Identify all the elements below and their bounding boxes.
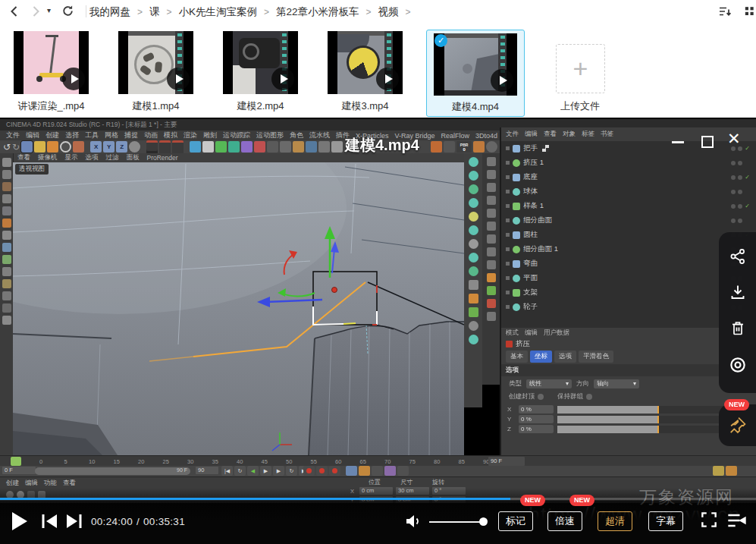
file-card-lecture-render[interactable]: 讲课渲染_.mp4 — [14, 31, 89, 115]
c4d-object-check: ✓ — [745, 203, 750, 209]
download-button[interactable] — [729, 283, 747, 304]
video-thumbnail — [328, 31, 403, 94]
play-icon — [376, 68, 399, 90]
c4d-timeline-ruler: 051015202530354045505560657075808590 90 … — [0, 455, 756, 467]
breadcrumb-item[interactable]: 视频 — [378, 5, 399, 19]
volume-button[interactable] — [404, 512, 422, 533]
c4d-attr-tab: 选项 — [554, 351, 576, 363]
c4d-window-title: CINEMA 4D R19.024 Studio (RC - R19) - [未… — [0, 121, 177, 130]
refresh-button[interactable] — [61, 4, 75, 18]
previous-video-button[interactable] — [41, 514, 58, 532]
c4d-timeline-tick: 30 — [187, 458, 212, 465]
share-button[interactable] — [729, 247, 747, 269]
c4d-menu-item: 运动图形 — [256, 130, 284, 140]
view-toggle-button[interactable] — [745, 5, 756, 18]
c4d-viewport-menu-item: ProRender — [147, 154, 178, 162]
back-button[interactable] — [8, 5, 21, 18]
player-control-bar: 00:24:00 / 00:35:31 标记 倍速 超清 字幕 — [0, 501, 756, 544]
play-icon — [62, 68, 85, 90]
c4d-frame-field: 0 F — [2, 467, 36, 474]
playing-video-title: 建模4.mp4 — [345, 135, 419, 156]
file-card-modeling3[interactable]: 建模3.mp4 — [328, 31, 403, 115]
c4d-timeline-tick: 25 — [163, 458, 188, 465]
maximize-button[interactable] — [701, 136, 714, 148]
volume-slider[interactable] — [429, 521, 485, 523]
next-icon — [65, 514, 83, 529]
c4d-transport-button: ↻ — [286, 466, 297, 476]
c4d-coords-header: 尺寸 — [400, 478, 413, 486]
breadcrumb-item[interactable]: 第22章小米滑板车 — [276, 5, 359, 19]
c4d-object-row: 轮子 ✓ — [501, 300, 756, 314]
breadcrumb-item[interactable]: 课 — [149, 5, 160, 19]
c4d-timeline-tick: 55 — [311, 458, 336, 465]
breadcrumb-item[interactable]: 小K先生淘宝案例 — [179, 5, 258, 19]
c4d-timeline-ticks: 051015202530354045505560657075808590 — [39, 458, 508, 465]
c4d-record-buttons — [303, 466, 340, 476]
file-name: 建模2.mp4 — [215, 99, 306, 113]
c4d-transport-button: |◀ — [221, 466, 233, 476]
play-icon — [11, 511, 28, 531]
c4d-object-row: 弯曲 ✓ — [501, 256, 756, 271]
history-dropdown[interactable]: ▾ — [47, 6, 51, 14]
c4d-menu-item: 动画 — [144, 130, 158, 140]
video-progress-bar[interactable] — [0, 498, 756, 500]
upload-file-tile[interactable]: + — [556, 44, 605, 93]
c4d-om-menu-item: 编辑 — [525, 130, 538, 139]
selected-check-icon[interactable]: ✓ — [434, 34, 447, 47]
forward-button[interactable] — [29, 5, 42, 18]
c4d-object-name: 底座 — [523, 172, 538, 182]
play-button[interactable] — [11, 511, 28, 534]
breadcrumb-item[interactable]: 我的网盘 — [89, 5, 130, 19]
playlist-toggle-button[interactable] — [726, 511, 748, 533]
c4d-playhead — [11, 457, 21, 466]
c4d-object-name: 弯曲 — [523, 259, 538, 269]
c4d-attr-sliders: X 0 % Y 0 % Z 0 % — [501, 404, 756, 434]
c4d-timeline-tick: 40 — [237, 458, 262, 465]
time-display: 00:24:00 / 00:35:31 — [91, 516, 185, 527]
video-player: CINEMA 4D R19.024 Studio (RC - R19) - [未… — [0, 118, 756, 544]
c4d-timeline-tick: 85 — [459, 458, 484, 465]
c4d-viewport-menu-item: 选项 — [86, 153, 99, 162]
pin-panel[interactable] — [719, 404, 756, 446]
volume-knob[interactable] — [479, 517, 488, 526]
c4d-menu-item: 3Dto4d — [475, 132, 497, 140]
close-button[interactable]: ✕ — [727, 130, 741, 148]
file-card-modeling1[interactable]: 建模1.mp4 — [118, 31, 193, 115]
sort-button[interactable] — [717, 4, 732, 19]
c4d-menu-item: 选择 — [65, 130, 79, 140]
quality-button[interactable]: 超清 — [598, 511, 632, 531]
trash-icon — [729, 319, 747, 338]
c4d-object-row: 球体 ✓ — [501, 184, 756, 199]
c4d-attr-tabs: 基本 坐标 选项 平滑着色 — [501, 349, 756, 364]
c4d-axis-letter: X — [90, 141, 102, 153]
delete-button[interactable] — [729, 319, 747, 341]
file-card-modeling4-selected[interactable]: ✓ 建模4.mp4 — [426, 30, 525, 117]
c4d-corner-buttons — [713, 466, 737, 476]
c4d-timeline-tick: 60 — [335, 458, 360, 465]
c4d-timeline-tick: 20 — [138, 458, 163, 465]
chevron-left-icon — [8, 5, 21, 18]
c4d-object-row: 细分曲面 1 ✓ — [501, 242, 756, 256]
c4d-menu-item: 运动跟踪 — [223, 130, 250, 140]
share-icon — [729, 247, 747, 266]
record-button[interactable] — [728, 355, 748, 378]
c4d-object-row: 平面 ✓ — [501, 271, 756, 285]
c4d-material-menu-item: 创建 — [6, 479, 19, 488]
file-name: 建模3.mp4 — [320, 99, 410, 113]
fullscreen-button[interactable] — [699, 510, 719, 533]
c4d-timeline-tick: 50 — [286, 458, 311, 465]
c4d-attr-checkbox: 保持群组 — [557, 392, 592, 401]
file-card-modeling2[interactable]: 建模2.mp4 — [223, 31, 298, 115]
c4d-viewport-menu-item: 摄像机 — [38, 153, 58, 162]
c4d-frame-slider: 90 F — [35, 467, 190, 475]
next-video-button[interactable] — [65, 514, 83, 532]
c4d-object-name: 样条 1 — [523, 201, 544, 211]
refresh-icon — [61, 4, 75, 18]
subtitles-button[interactable]: 字幕 — [648, 511, 683, 531]
pin-new-badge: NEW — [724, 399, 749, 410]
video-progress-fill — [0, 498, 510, 500]
mark-button[interactable]: 标记 — [498, 511, 533, 531]
speed-button[interactable]: 倍速 — [547, 511, 582, 531]
file-name: 讲课渲染_.mp4 — [6, 99, 96, 113]
minimize-button[interactable] — [672, 141, 684, 143]
